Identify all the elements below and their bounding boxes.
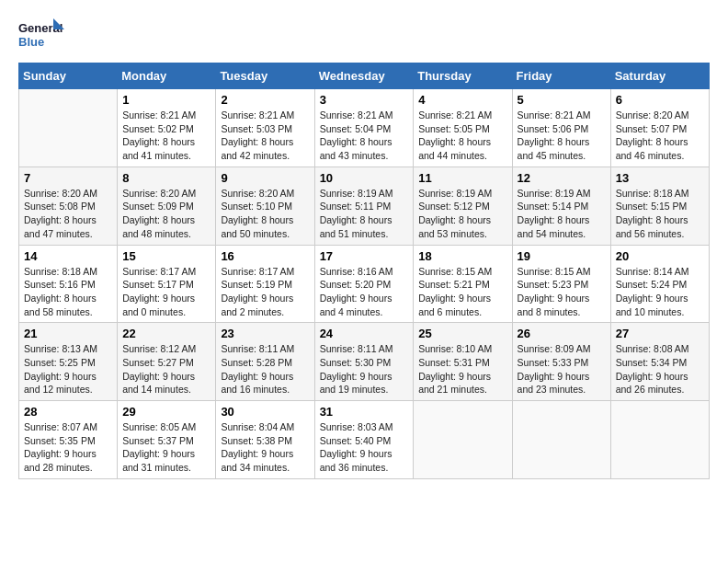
calendar-body: 1Sunrise: 8:21 AMSunset: 5:02 PMDaylight…	[19, 89, 710, 479]
day-cell: 26Sunrise: 8:09 AMSunset: 5:33 PMDayligh…	[512, 323, 610, 401]
day-info: Sunrise: 8:17 AMSunset: 5:17 PMDaylight:…	[122, 265, 210, 319]
day-cell: 8Sunrise: 8:20 AMSunset: 5:09 PMDaylight…	[118, 167, 216, 245]
day-info: Sunrise: 8:08 AMSunset: 5:34 PMDaylight:…	[616, 342, 704, 396]
week-row-1: 1Sunrise: 8:21 AMSunset: 5:02 PMDaylight…	[19, 89, 710, 167]
column-header-sunday: Sunday	[19, 63, 118, 89]
column-header-tuesday: Tuesday	[216, 63, 314, 89]
day-info: Sunrise: 8:05 AMSunset: 5:37 PMDaylight:…	[122, 420, 210, 475]
day-number: 28	[24, 405, 112, 419]
day-cell: 19Sunrise: 8:15 AMSunset: 5:23 PMDayligh…	[512, 245, 610, 323]
day-info: Sunrise: 8:18 AMSunset: 5:16 PMDaylight:…	[24, 265, 112, 319]
day-cell: 22Sunrise: 8:12 AMSunset: 5:27 PMDayligh…	[118, 323, 216, 401]
day-cell	[19, 89, 118, 167]
logo: General Blue	[18, 18, 64, 55]
day-cell: 7Sunrise: 8:20 AMSunset: 5:08 PMDaylight…	[19, 167, 118, 245]
day-info: Sunrise: 8:17 AMSunset: 5:19 PMDaylight:…	[221, 265, 309, 319]
day-info: Sunrise: 8:07 AMSunset: 5:35 PMDaylight:…	[24, 420, 112, 475]
day-number: 7	[24, 171, 112, 185]
day-info: Sunrise: 8:21 AMSunset: 5:04 PMDaylight:…	[320, 109, 409, 163]
day-number: 11	[418, 171, 506, 185]
day-number: 12	[518, 171, 606, 185]
day-number: 18	[418, 249, 506, 263]
day-cell: 30Sunrise: 8:04 AMSunset: 5:38 PMDayligh…	[216, 401, 314, 479]
day-cell: 3Sunrise: 8:21 AMSunset: 5:04 PMDaylight…	[314, 89, 414, 167]
day-info: Sunrise: 8:13 AMSunset: 5:25 PMDaylight:…	[24, 342, 112, 396]
day-info: Sunrise: 8:11 AMSunset: 5:30 PMDaylight:…	[320, 342, 409, 396]
day-number: 22	[122, 327, 210, 340]
day-info: Sunrise: 8:20 AMSunset: 5:10 PMDaylight:…	[221, 187, 309, 241]
day-info: Sunrise: 8:21 AMSunset: 5:05 PMDaylight:…	[418, 109, 506, 163]
svg-text:Blue: Blue	[18, 35, 44, 49]
day-cell: 12Sunrise: 8:19 AMSunset: 5:14 PMDayligh…	[512, 167, 610, 245]
day-cell: 28Sunrise: 8:07 AMSunset: 5:35 PMDayligh…	[19, 401, 118, 479]
calendar-table: SundayMondayTuesdayWednesdayThursdayFrid…	[18, 63, 710, 479]
week-row-2: 7Sunrise: 8:20 AMSunset: 5:08 PMDaylight…	[19, 167, 710, 245]
day-info: Sunrise: 8:19 AMSunset: 5:12 PMDaylight:…	[418, 187, 506, 241]
day-number: 23	[221, 327, 309, 340]
day-cell: 25Sunrise: 8:10 AMSunset: 5:31 PMDayligh…	[414, 323, 512, 401]
day-cell: 4Sunrise: 8:21 AMSunset: 5:05 PMDaylight…	[414, 89, 512, 167]
day-number: 1	[122, 93, 210, 107]
day-cell: 17Sunrise: 8:16 AMSunset: 5:20 PMDayligh…	[314, 245, 414, 323]
day-cell: 10Sunrise: 8:19 AMSunset: 5:11 PMDayligh…	[314, 167, 414, 245]
day-number: 16	[221, 249, 309, 263]
day-number: 27	[616, 327, 704, 340]
day-number: 20	[616, 249, 704, 263]
day-info: Sunrise: 8:21 AMSunset: 5:06 PMDaylight:…	[518, 109, 606, 163]
day-cell	[414, 401, 512, 479]
day-number: 9	[221, 171, 309, 185]
day-cell: 23Sunrise: 8:11 AMSunset: 5:28 PMDayligh…	[216, 323, 314, 401]
day-info: Sunrise: 8:19 AMSunset: 5:14 PMDaylight:…	[518, 187, 606, 241]
day-cell: 18Sunrise: 8:15 AMSunset: 5:21 PMDayligh…	[414, 245, 512, 323]
day-info: Sunrise: 8:18 AMSunset: 5:15 PMDaylight:…	[616, 187, 704, 241]
day-info: Sunrise: 8:11 AMSunset: 5:28 PMDaylight:…	[221, 342, 309, 396]
day-cell: 20Sunrise: 8:14 AMSunset: 5:24 PMDayligh…	[610, 245, 709, 323]
day-number: 31	[320, 405, 409, 419]
day-number: 15	[122, 249, 210, 263]
day-cell: 15Sunrise: 8:17 AMSunset: 5:17 PMDayligh…	[118, 245, 216, 323]
day-cell: 9Sunrise: 8:20 AMSunset: 5:10 PMDaylight…	[216, 167, 314, 245]
day-cell: 16Sunrise: 8:17 AMSunset: 5:19 PMDayligh…	[216, 245, 314, 323]
day-info: Sunrise: 8:15 AMSunset: 5:21 PMDaylight:…	[418, 265, 506, 319]
week-row-4: 21Sunrise: 8:13 AMSunset: 5:25 PMDayligh…	[19, 323, 710, 401]
day-cell: 13Sunrise: 8:18 AMSunset: 5:15 PMDayligh…	[610, 167, 709, 245]
day-info: Sunrise: 8:20 AMSunset: 5:07 PMDaylight:…	[616, 109, 704, 163]
day-info: Sunrise: 8:21 AMSunset: 5:03 PMDaylight:…	[221, 109, 309, 163]
day-cell: 2Sunrise: 8:21 AMSunset: 5:03 PMDaylight…	[216, 89, 314, 167]
day-info: Sunrise: 8:21 AMSunset: 5:02 PMDaylight:…	[122, 109, 210, 163]
header-row: SundayMondayTuesdayWednesdayThursdayFrid…	[19, 63, 710, 89]
day-info: Sunrise: 8:09 AMSunset: 5:33 PMDaylight:…	[518, 342, 606, 396]
day-number: 10	[320, 171, 409, 185]
day-number: 3	[320, 93, 409, 107]
day-number: 8	[122, 171, 210, 185]
day-info: Sunrise: 8:15 AMSunset: 5:23 PMDaylight:…	[518, 265, 606, 319]
day-number: 14	[24, 249, 112, 263]
day-cell: 31Sunrise: 8:03 AMSunset: 5:40 PMDayligh…	[314, 401, 414, 479]
day-number: 4	[418, 93, 506, 107]
day-number: 26	[518, 327, 606, 340]
week-row-3: 14Sunrise: 8:18 AMSunset: 5:16 PMDayligh…	[19, 245, 710, 323]
day-info: Sunrise: 8:03 AMSunset: 5:40 PMDaylight:…	[320, 420, 409, 475]
day-number: 29	[122, 405, 210, 419]
day-info: Sunrise: 8:04 AMSunset: 5:38 PMDaylight:…	[221, 420, 309, 475]
day-cell: 29Sunrise: 8:05 AMSunset: 5:37 PMDayligh…	[118, 401, 216, 479]
day-info: Sunrise: 8:20 AMSunset: 5:08 PMDaylight:…	[24, 187, 112, 241]
day-number: 13	[616, 171, 704, 185]
day-cell: 11Sunrise: 8:19 AMSunset: 5:12 PMDayligh…	[414, 167, 512, 245]
column-header-friday: Friday	[512, 63, 610, 89]
day-cell: 24Sunrise: 8:11 AMSunset: 5:30 PMDayligh…	[314, 323, 414, 401]
column-header-saturday: Saturday	[610, 63, 709, 89]
day-info: Sunrise: 8:19 AMSunset: 5:11 PMDaylight:…	[320, 187, 409, 241]
day-number: 17	[320, 249, 409, 263]
page-header: General Blue	[18, 18, 710, 55]
day-cell: 14Sunrise: 8:18 AMSunset: 5:16 PMDayligh…	[19, 245, 118, 323]
day-number: 5	[518, 93, 606, 107]
day-cell: 27Sunrise: 8:08 AMSunset: 5:34 PMDayligh…	[610, 323, 709, 401]
column-header-wednesday: Wednesday	[314, 63, 414, 89]
day-cell: 6Sunrise: 8:20 AMSunset: 5:07 PMDaylight…	[610, 89, 709, 167]
day-cell: 1Sunrise: 8:21 AMSunset: 5:02 PMDaylight…	[118, 89, 216, 167]
day-info: Sunrise: 8:12 AMSunset: 5:27 PMDaylight:…	[122, 342, 210, 396]
day-number: 19	[518, 249, 606, 263]
day-number: 2	[221, 93, 309, 107]
day-cell: 21Sunrise: 8:13 AMSunset: 5:25 PMDayligh…	[19, 323, 118, 401]
